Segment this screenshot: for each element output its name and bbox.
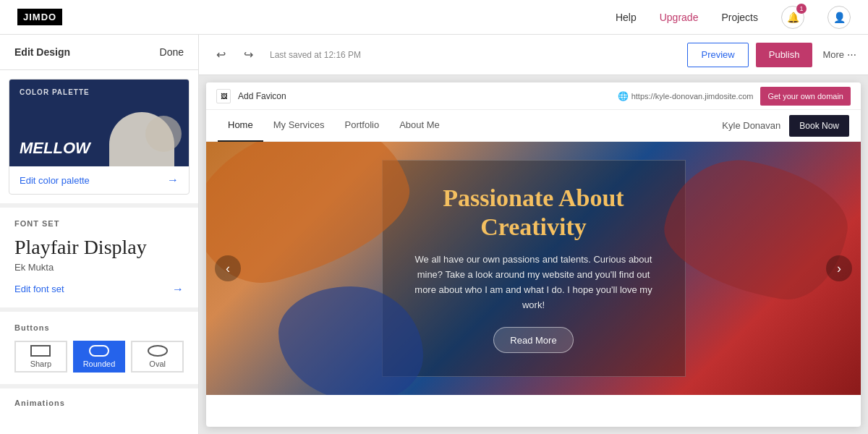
- palette-section-label: COLOR PALETTE: [20, 88, 90, 96]
- edit-font-link[interactable]: Edit font set: [14, 284, 64, 294]
- saved-status: Last saved at 12:16 PM: [270, 50, 361, 60]
- site-nav-about[interactable]: About Me: [389, 110, 450, 142]
- undo-button[interactable]: ↩: [210, 45, 231, 65]
- notification-badge: 1: [796, 4, 807, 14]
- book-now-button[interactable]: Book Now: [789, 115, 849, 137]
- secondary-font-name: Ek Mukta: [14, 262, 184, 273]
- paint-stroke-2: [655, 149, 856, 309]
- hero-prev-button[interactable]: ‹: [215, 255, 241, 281]
- site-url: 🌐 https://kyle-donovan.jimdosite.com: [618, 91, 754, 101]
- edit-font-arrow-icon: →: [172, 283, 184, 296]
- favicon-box: 🖼: [216, 89, 231, 103]
- rounded-label: Rounded: [83, 359, 116, 368]
- oval-label: Oval: [149, 359, 166, 368]
- hero-title: Passionate About Creativity: [409, 184, 659, 243]
- preview-button[interactable]: Preview: [687, 43, 748, 67]
- hero-next-button[interactable]: ›: [826, 255, 852, 281]
- site-top-bar: 🖼 Add Favicon 🌐 https://kyle-donovan.jim…: [206, 82, 861, 110]
- redo-button[interactable]: ↪: [238, 45, 258, 65]
- main-layout: Edit Design Done COLOR PALETTE MELLOW Ed…: [0, 35, 868, 434]
- sharp-label: Sharp: [30, 359, 51, 368]
- upgrade-link[interactable]: Upgrade: [660, 12, 699, 23]
- palette-name: MELLOW: [20, 139, 90, 158]
- buttons-section-label: Buttons: [14, 323, 184, 332]
- site-nav-portfolio[interactable]: Portfolio: [334, 110, 389, 142]
- animations-section: Animations: [0, 384, 198, 426]
- primary-font-name: Playfair Display: [14, 237, 184, 259]
- more-label: More: [822, 49, 844, 60]
- oval-button-option[interactable]: Oval: [131, 341, 184, 373]
- left-panel: Edit Design Done COLOR PALETTE MELLOW Ed…: [0, 35, 199, 434]
- get-domain-button[interactable]: Get your own domain: [760, 87, 851, 106]
- site-hero: ‹ Passionate About Creativity We all hav…: [206, 142, 861, 395]
- more-button[interactable]: More ⋯: [822, 49, 856, 60]
- buttons-section: Buttons Sharp Rounded Oval: [0, 312, 198, 384]
- top-navigation: JIMDO Help Upgrade Projects 🔔 1 👤: [0, 0, 868, 35]
- edit-palette-arrow-icon: →: [167, 174, 179, 187]
- site-nav-services[interactable]: My Services: [263, 110, 335, 142]
- panel-title: Edit Design: [14, 46, 70, 58]
- notification-bell[interactable]: 🔔 1: [781, 6, 804, 29]
- palette-preview: COLOR PALETTE MELLOW: [9, 80, 189, 166]
- jimdo-logo: JIMDO: [17, 9, 62, 25]
- animations-label: Animations: [14, 399, 184, 407]
- palette-circle: [145, 116, 182, 152]
- publish-button[interactable]: Publish: [756, 43, 813, 67]
- sharp-button-option[interactable]: Sharp: [14, 341, 67, 373]
- hero-cta-button[interactable]: Read More: [493, 327, 573, 353]
- projects-link[interactable]: Projects: [721, 12, 758, 23]
- rounded-shape-icon: [89, 345, 109, 357]
- sharp-shape-icon: [30, 345, 51, 357]
- edit-palette-row[interactable]: Edit color palette →: [9, 166, 189, 194]
- edit-palette-link[interactable]: Edit color palette: [20, 175, 90, 186]
- preview-toolbar: ↩ ↪ Last saved at 12:16 PM Preview Publi…: [199, 35, 868, 75]
- edit-font-row[interactable]: Edit font set →: [14, 283, 184, 296]
- done-button[interactable]: Done: [160, 46, 184, 58]
- button-style-options: Sharp Rounded Oval: [14, 341, 184, 373]
- right-preview: ↩ ↪ Last saved at 12:16 PM Preview Publi…: [199, 35, 868, 434]
- add-favicon-link[interactable]: Add Favicon: [238, 91, 286, 101]
- hero-subtitle: We all have our own passions and talents…: [409, 252, 659, 312]
- website-preview: 🖼 Add Favicon 🌐 https://kyle-donovan.jim…: [206, 82, 861, 427]
- color-palette-section: COLOR PALETTE MELLOW Edit color palette …: [9, 79, 190, 195]
- site-nav: Home My Services Portfolio About Me Kyle…: [206, 110, 861, 142]
- site-nav-home[interactable]: Home: [218, 110, 263, 142]
- panel-header: Edit Design Done: [0, 35, 198, 70]
- font-set-section: FONT SET Playfair Display Ek Mukta Edit …: [0, 208, 198, 307]
- rounded-button-option[interactable]: Rounded: [73, 341, 126, 373]
- globe-icon: 🌐: [618, 91, 629, 101]
- more-dots-icon: ⋯: [847, 49, 856, 60]
- font-set-label: FONT SET: [14, 219, 184, 228]
- oval-shape-icon: [148, 345, 168, 357]
- hero-content-box: Passionate About Creativity We all have …: [382, 160, 686, 378]
- user-avatar[interactable]: 👤: [827, 6, 851, 29]
- help-link[interactable]: Help: [616, 12, 637, 23]
- url-text: https://kyle-donovan.jimdosite.com: [631, 92, 754, 101]
- site-owner-name: Kyle Donavan: [722, 120, 780, 131]
